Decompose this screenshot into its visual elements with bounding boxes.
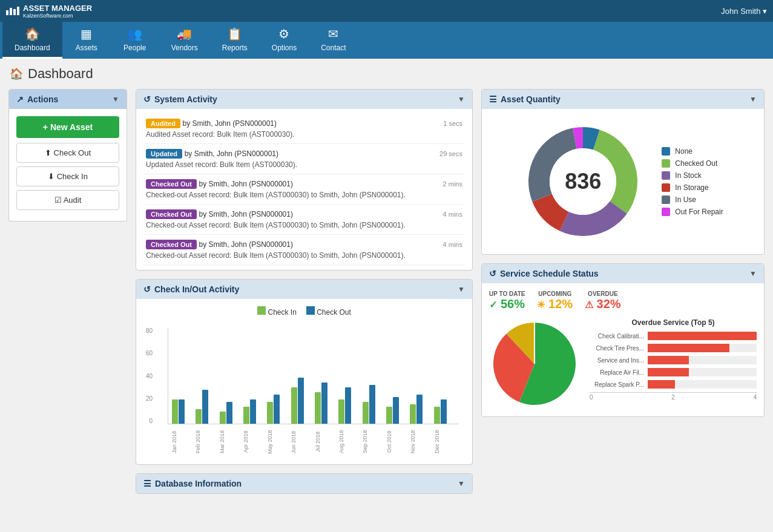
check-out-button[interactable]: ⬆ Check Out — [16, 143, 119, 163]
asset-quantity-card: ☰ Asset Quantity ▼ 836 NoneChecked OutIn… — [481, 89, 765, 255]
x-axis-label: Jun 2018 — [291, 427, 312, 457]
asset-quantity-legend: NoneChecked OutIn StockIn StorageIn UseO… — [662, 147, 723, 216]
activity-list: Audited by Smith, John (PSN000001) 1 sec… — [143, 114, 465, 265]
logo: ASSET MANAGER KalzenSoftware.com — [6, 4, 92, 19]
stat-upcoming: UPCOMING ✳ 12% — [537, 291, 573, 311]
system-activity-chevron-icon[interactable]: ▼ — [458, 95, 465, 103]
check-in-button[interactable]: ⬇ Check In — [16, 166, 119, 186]
y-axis-label: 20 — [146, 395, 153, 402]
bar-checkout — [441, 399, 447, 424]
database-info-card: ☰ Database Information ▼ — [136, 473, 473, 494]
legend-checkin: Check In — [257, 306, 297, 317]
y-axis: 806040200 — [146, 327, 153, 424]
nav-vendors[interactable]: 🚚 Vendors — [159, 22, 210, 59]
overdue-row: Replace Spark P... — [590, 380, 757, 389]
bar-checkout — [369, 385, 375, 424]
nav-dashboard-label: Dashboard — [15, 44, 50, 52]
x-axis-label: May 2018 — [267, 427, 288, 457]
bar-group — [338, 387, 360, 424]
legend-color — [662, 159, 670, 168]
bars-wrapper — [168, 327, 459, 424]
bar-checkout — [321, 383, 327, 424]
system-activity-card: ↺ System Activity ▼ Audited by Smith, Jo… — [136, 89, 473, 271]
actions-chevron-icon[interactable]: ▼ — [112, 95, 119, 103]
database-info-chevron-icon[interactable]: ▼ — [458, 479, 465, 488]
donut-chart: 836 — [522, 121, 643, 242]
assets-icon: ▦ — [81, 27, 92, 41]
system-activity-header-left: ↺ System Activity — [143, 94, 217, 104]
system-activity-header: ↺ System Activity ▼ — [136, 90, 472, 109]
legend-label: Out For Repair — [675, 208, 723, 216]
overdue-x-label: 2 — [671, 394, 675, 401]
bar-checkout — [393, 397, 399, 424]
asset-quantity-chevron-icon[interactable]: ▼ — [749, 95, 757, 103]
home-icon: 🏠 — [10, 67, 23, 80]
bar-group — [172, 399, 193, 424]
nav-reports[interactable]: 📋 Reports — [210, 22, 260, 59]
service-pie-svg — [489, 318, 580, 409]
bar-checkout — [416, 395, 423, 424]
bar-group — [434, 399, 455, 424]
bar-checkin — [315, 392, 321, 424]
overdue-bar-wrap — [648, 344, 757, 352]
overdue-bar — [648, 380, 675, 389]
overdue-x-axis: 024 — [590, 392, 757, 402]
bar-group — [386, 397, 407, 424]
x-axis-label: Apr 2018 — [243, 427, 264, 457]
right-panel: ☰ Asset Quantity ▼ 836 NoneChecked OutIn… — [481, 89, 765, 494]
activity-item: Updated by Smith, John (PSN000001) 29 se… — [143, 144, 465, 174]
actions-card: ↗ Actions ▼ + New Asset ⬆ Check Out ⬇ Ch… — [8, 89, 127, 222]
legend-label: None — [675, 147, 692, 156]
asset-quantity-header: ☰ Asset Quantity ▼ — [482, 90, 764, 109]
overdue-bar — [648, 332, 757, 340]
bar-checkin — [172, 399, 178, 424]
page-title: Dashboard — [28, 66, 93, 82]
x-axis-label: Feb 2018 — [195, 427, 216, 457]
dashboard-icon: 🏠 — [25, 27, 40, 41]
service-schedule-chevron-icon[interactable]: ▼ — [749, 269, 757, 278]
x-axis-label: Jan 2018 — [171, 427, 192, 457]
new-asset-button[interactable]: + New Asset — [16, 116, 119, 138]
overdue-bar-wrap — [648, 368, 757, 376]
nav-contact-label: Contact — [321, 44, 346, 52]
database-info-title: Database Information — [155, 479, 242, 488]
bar-checkout — [226, 402, 232, 424]
nav-people[interactable]: 👥 People — [111, 22, 159, 59]
overdue-bar-wrap — [648, 332, 757, 340]
bar-checkin — [267, 402, 273, 424]
nav-options[interactable]: ⚙ Options — [260, 22, 309, 59]
stat-uptodate-label: UP TO DATE — [489, 291, 525, 297]
system-activity-title: System Activity — [154, 94, 217, 104]
legend-item: In Stock — [662, 171, 723, 180]
nav-vendors-label: Vendors — [171, 44, 198, 52]
x-axis-label: Mar 2018 — [219, 427, 240, 457]
bar-group — [363, 385, 384, 424]
overdue-row: Check Calibrati... — [590, 332, 757, 340]
logo-bar-3 — [13, 9, 16, 15]
overdue-item-label: Replace Spark P... — [590, 381, 644, 388]
overdue-item-label: Replace Air Fil... — [590, 369, 644, 376]
overdue-x-label: 0 — [590, 394, 593, 401]
nav-dashboard[interactable]: 🏠 Dashboard — [2, 22, 62, 59]
bar-chart-legend: Check In Check Out — [143, 306, 465, 317]
nav-assets[interactable]: ▦ Assets — [62, 22, 111, 59]
actions-header: ↗ Actions ▼ — [9, 90, 127, 109]
user-menu[interactable]: John Smith ▾ — [721, 7, 767, 16]
x-axis-label: Dec 2018 — [434, 427, 455, 457]
checkinout-chevron-icon[interactable]: ▼ — [458, 285, 465, 294]
bar-checkin — [243, 407, 249, 424]
bar-checkout — [202, 390, 208, 424]
overdue-item-label: Check Tire Pres... — [590, 345, 644, 352]
overdue-title: Overdue Service (Top 5) — [590, 318, 757, 327]
bar-group — [410, 395, 431, 424]
main-content: ↗ Actions ▼ + New Asset ⬆ Check Out ⬇ Ch… — [0, 89, 773, 502]
bar-group — [315, 383, 336, 424]
overdue-item-label: Check Calibrati... — [590, 333, 644, 340]
x-axis-label: Aug 2018 — [338, 427, 360, 457]
legend-item: None — [662, 147, 723, 156]
audit-button[interactable]: ☑ Audit — [16, 190, 119, 210]
nav-contact[interactable]: ✉ Contact — [309, 22, 358, 59]
overdue-row: Replace Air Fil... — [590, 368, 757, 376]
legend-color — [662, 171, 670, 180]
stat-overdue-value: ⚠ 32% — [585, 297, 621, 311]
